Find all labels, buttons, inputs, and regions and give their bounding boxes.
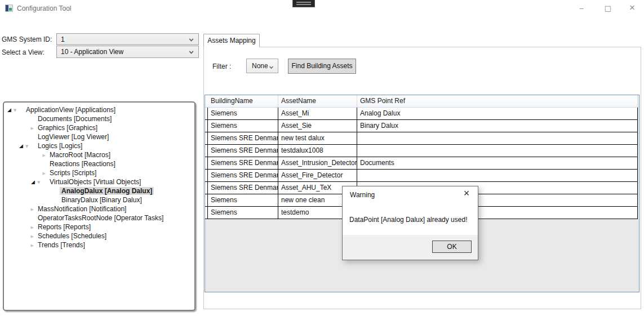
table-cell[interactable]: Siemens SRE Denmark — [208, 170, 278, 181]
tree-node-reactions[interactable]: Reactions [Reactions] — [4, 159, 194, 168]
table-cell[interactable]: Asset_Intrusion_Detector — [278, 157, 357, 169]
filter-value: None — [252, 62, 268, 70]
close-icon[interactable] — [460, 188, 473, 199]
table-cell[interactable]: Binary Dalux — [357, 120, 638, 132]
expander-slot — [19, 213, 36, 222]
column-header-gms-point-ref[interactable]: GMS Point Ref — [357, 95, 638, 107]
tree-node-label: Scripts [Scripts] — [48, 169, 98, 177]
tree-node-reports[interactable]: Reports [Reports] — [4, 222, 194, 232]
dialog-title: Warning — [350, 191, 375, 199]
table-cell[interactable]: Asset_Sie — [278, 120, 357, 132]
table-cell[interactable]: Siemens — [208, 194, 278, 206]
expander-slot — [19, 132, 36, 141]
table-cell[interactable]: Analog Dalux — [357, 108, 638, 119]
gms-system-id-select[interactable]: 1 — [56, 33, 199, 45]
expander-slot — [31, 168, 48, 177]
node-marker-icon — [23, 141, 28, 151]
app-window: { "window": { "title": "Configuration To… — [0, 0, 644, 316]
tree-node-label: ApplicationView [Applications] — [24, 106, 117, 114]
table-cell[interactable]: Siemens SRE Denmark — [208, 132, 278, 144]
tree-node-scripts[interactable]: Scripts [Scripts] — [4, 168, 194, 177]
expander-slot — [31, 177, 48, 186]
filter-label: Filter : — [212, 63, 231, 70]
tree-node-virtualobjects[interactable]: VirtualObjects [Virtual Objects] — [4, 177, 194, 186]
tree-node-documents[interactable]: Documents [Documents] — [4, 114, 194, 123]
close-icon[interactable] — [623, 2, 641, 14]
select-view-select[interactable]: 10 - Application View — [56, 46, 199, 58]
expander-slot — [19, 222, 36, 232]
expander-slot — [31, 150, 48, 159]
tree-node-macroroot[interactable]: MacroRoot [Macros] — [4, 150, 194, 159]
tree-node-massnotification[interactable]: MassNotification [Notification] — [4, 204, 194, 213]
filter-select[interactable]: None — [246, 59, 278, 73]
table-cell[interactable] — [357, 170, 638, 181]
maximize-icon[interactable] — [599, 2, 617, 14]
table-row[interactable]: Siemens SRE Denmark Asset_Fire_Detector — [205, 170, 638, 182]
tree-node-operatortasks[interactable]: OperatorTasksRootNode [Operator Tasks] — [4, 213, 194, 222]
expander-expanded-icon[interactable] — [31, 177, 35, 186]
table-cell[interactable]: Siemens SRE Denmark — [208, 157, 278, 169]
tree-node-label: Reports [Reports] — [36, 223, 92, 231]
table-row[interactable]: Siemens SRE Denmark Asset_Intrusion_Dete… — [205, 157, 638, 170]
expander-collapsed-icon[interactable] — [31, 222, 36, 232]
expander-collapsed-icon[interactable] — [43, 168, 48, 178]
table-cell[interactable]: Siemens — [208, 207, 278, 219]
table-row[interactable]: Siemens SRE Denmark new test dalux — [205, 132, 638, 145]
chevron-down-icon — [269, 65, 273, 69]
tree-node-binarydalux[interactable]: BinaryDalux [Binary Dalux] — [4, 195, 194, 204]
expander-slot — [19, 123, 36, 132]
tree-node-analogdalux-selected[interactable]: AnalogDalux [Analog Dalux] — [4, 186, 194, 195]
node-marker-icon — [11, 105, 16, 115]
table-cell[interactable]: Siemens SRE Denmark — [208, 145, 278, 157]
screen-grip-handle[interactable] — [292, 0, 315, 7]
tree-node-schedules[interactable]: Schedules [Schedules] — [4, 232, 194, 241]
tree-node-trends[interactable]: Trends [Trends] — [4, 241, 194, 250]
table-row[interactable]: Siemens Asset_Mi Analog Dalux — [205, 108, 638, 120]
dialog-message: DataPoint [Analog Dalux] already used! — [349, 216, 467, 224]
expander-collapsed-icon[interactable] — [43, 150, 48, 160]
tab-assets-mapping[interactable]: Assets Mapping — [203, 34, 260, 47]
expander-collapsed-icon[interactable] — [31, 232, 36, 241]
window-title: Configuration Tool — [17, 5, 72, 12]
table-cell[interactable] — [357, 132, 638, 144]
table-row[interactable]: Siemens Asset_Sie Binary Dalux — [205, 120, 638, 132]
tree-node-graphics[interactable]: Graphics [Graphics] — [4, 123, 194, 132]
column-header-buildingname[interactable]: BuildingName — [208, 95, 278, 107]
app-icon-blue-pane — [6, 5, 8, 11]
tree-node-label: MassNotification [Notification] — [36, 205, 128, 213]
tree-node-label: Graphics [Graphics] — [36, 124, 99, 132]
tree-node-logics[interactable]: Logics [Logics] — [4, 141, 194, 150]
table-cell[interactable]: Asset_Fire_Detector — [278, 170, 357, 181]
expander-slot — [31, 159, 48, 168]
table-cell[interactable]: Siemens — [208, 120, 278, 132]
table-cell[interactable] — [357, 145, 638, 157]
tree-node-label: Trends [Trends] — [36, 241, 87, 249]
chevron-down-icon — [189, 37, 194, 42]
tree-node-applicationview[interactable]: ApplicationView [Applications] — [4, 105, 194, 114]
ok-button[interactable]: OK — [432, 241, 472, 253]
table-cell[interactable]: testdalux1008 — [278, 145, 357, 157]
expander-slot — [7, 105, 24, 114]
table-row[interactable]: Siemens SRE Denmark testdalux1008 — [205, 145, 638, 157]
tree-node-label: VirtualObjects [Virtual Objects] — [48, 178, 143, 186]
table-cell[interactable]: new test dalux — [278, 132, 357, 144]
find-building-assets-button[interactable]: Find Building Assets — [288, 59, 356, 74]
app-icon-green-pane — [9, 8, 12, 11]
tree-node-label: OperatorTasksRootNode [Operator Tasks] — [36, 214, 165, 222]
tree-node-logviewer[interactable]: LogViewer [Log Viewer] — [4, 132, 194, 141]
expander-collapsed-icon[interactable] — [31, 204, 36, 214]
table-cell[interactable]: Siemens SRE Denmark — [208, 182, 278, 194]
expander-collapsed-icon[interactable] — [31, 123, 36, 133]
dialog-footer: OK — [343, 235, 478, 260]
minimize-icon[interactable] — [572, 2, 590, 14]
tree-node-label: Logics [Logics] — [36, 142, 84, 150]
table-cell[interactable]: Siemens — [208, 108, 278, 119]
column-header-assetname[interactable]: AssetName — [278, 95, 357, 107]
tree-node-label: MacroRoot [Macros] — [48, 151, 112, 159]
expander-expanded-icon[interactable] — [19, 141, 23, 150]
expander-expanded-icon[interactable] — [7, 105, 11, 114]
table-cell[interactable]: Documents — [357, 157, 638, 169]
table-cell[interactable]: Asset_Mi — [278, 108, 357, 119]
tree-node-label: AnalogDalux [Analog Dalux] — [60, 187, 154, 195]
expander-collapsed-icon[interactable] — [31, 241, 36, 250]
